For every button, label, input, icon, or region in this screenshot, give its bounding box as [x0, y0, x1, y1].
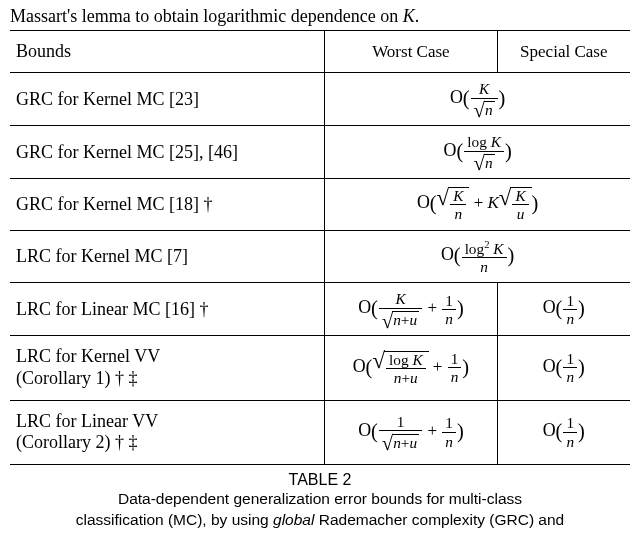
row-worst: O(log K√n) [325, 126, 630, 178]
row-worst: O(1√n+u + 1n) [325, 401, 497, 465]
col-header-special: Special Case [497, 31, 630, 73]
row-label: GRC for Kernel MC [18] † [10, 179, 325, 230]
row-label: LRC for Linear VV (Corollary 2) † ‡ [10, 401, 325, 465]
table-row: GRC for Kernel MC [23] O(K√n) [10, 73, 630, 125]
table-row: LRC for Linear MC [16] † O(K√n+u + 1n) O… [10, 283, 630, 335]
table-caption-title: TABLE 2 [10, 471, 630, 489]
col-header-worst: Worst Case [325, 31, 497, 73]
caption-line2-a: classification (MC), by using [76, 511, 273, 528]
row-label-line1: LRC for Linear VV [16, 411, 158, 431]
intro-part1: Massart's lemma to obtain logarithmic de… [10, 6, 403, 26]
row-worst: O(log2 Kn) [325, 231, 630, 283]
intro-part2: . [415, 6, 420, 26]
table-caption-body: Data-dependent generalization error boun… [10, 489, 630, 531]
row-label: GRC for Kernel MC [25], [46] [10, 126, 325, 178]
row-special: O(1n) [497, 401, 630, 465]
row-worst: O(√log Kn+u + 1n) [325, 336, 497, 400]
table-row: LRC for Kernel VV (Corollary 1) † ‡ O(√l… [10, 336, 630, 400]
row-label-line2: (Corollary 1) † ‡ [16, 368, 137, 388]
row-label: GRC for Kernel MC [23] [10, 73, 325, 125]
table-header-row: Bounds Worst Case Special Case [10, 31, 630, 73]
table-row: LRC for Linear VV (Corollary 2) † ‡ O(1√… [10, 401, 630, 465]
caption-line2-b: Rademacher complexity (GRC) and [314, 511, 564, 528]
results-table: Bounds Worst Case Special Case GRC for K… [10, 30, 630, 464]
col-header-bounds: Bounds [10, 31, 325, 73]
intro-text: Massart's lemma to obtain logarithmic de… [10, 4, 630, 28]
row-worst: O(√Kn + K√Ku) [325, 179, 630, 230]
caption-ital: global [273, 511, 314, 528]
table-row: GRC for Kernel MC [18] † O(√Kn + K√Ku) [10, 179, 630, 230]
table-row: GRC for Kernel MC [25], [46] O(log K√n) [10, 126, 630, 178]
row-worst: O(K√n+u + 1n) [325, 283, 497, 335]
row-label: LRC for Linear MC [16] † [10, 283, 325, 335]
row-worst: O(K√n) [325, 73, 630, 125]
row-label: LRC for Kernel VV (Corollary 1) † ‡ [10, 336, 325, 400]
row-label-line2: (Corollary 2) † ‡ [16, 432, 137, 452]
caption-line1: Data-dependent generalization error boun… [118, 490, 522, 507]
row-label-line1: LRC for Kernel VV [16, 346, 160, 366]
table-row: LRC for Kernel MC [7] O(log2 Kn) [10, 231, 630, 283]
row-label: LRC for Kernel MC [7] [10, 231, 325, 283]
row-special: O(1n) [497, 336, 630, 400]
row-special: O(1n) [497, 283, 630, 335]
intro-variable: K [403, 6, 415, 26]
